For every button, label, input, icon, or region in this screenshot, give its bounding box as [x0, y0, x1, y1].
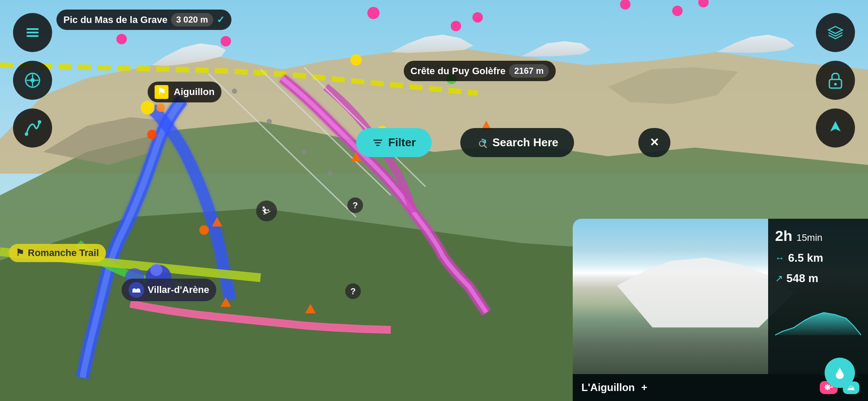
filter-label: Filter [388, 136, 416, 149]
trail-icon [23, 118, 42, 138]
check-icon: ✓ [217, 14, 224, 26]
trail-button[interactable] [13, 108, 52, 148]
svg-rect-35 [26, 32, 39, 33]
svg-rect-34 [26, 28, 39, 30]
distance-value: 6.5 km [788, 251, 823, 265]
pic-du-mas-altitude: 3 020 m [171, 13, 213, 26]
close-icon: ✕ [650, 136, 659, 149]
distance-row: ↔ 6.5 km [775, 251, 861, 265]
duration-row: 2h 15min [775, 227, 861, 244]
question-mark-1: ? [347, 197, 363, 213]
duration-hours: 2h [775, 227, 792, 244]
trail-name-label: L'Aiguillon + [581, 381, 815, 394]
layers-icon [826, 23, 845, 42]
aiguillon-name: Aiguillon [174, 86, 215, 98]
search-here-label: Search Here [492, 136, 558, 149]
flag-icon: ⚑ [155, 85, 168, 99]
crete-du-puy-label: Crête du Puy Golèfre 2167 m [403, 61, 556, 81]
trail-name: L'Aiguillon [581, 381, 635, 393]
map-view-button[interactable] [13, 61, 52, 100]
distance-icon: ↔ [775, 253, 785, 264]
close-button[interactable]: ✕ [638, 128, 670, 157]
crete-du-puy-name: Crête du Puy Golèfre [410, 66, 505, 77]
pointer-button[interactable] [816, 108, 855, 148]
duration-minutes: 15min [796, 232, 822, 243]
romanche-trail-name: Romanche Trail [28, 247, 99, 259]
search-refresh-icon [476, 137, 488, 149]
question-mark-2: ? [345, 283, 361, 299]
layers-button[interactable] [816, 13, 855, 52]
pic-du-mas-name: Pic du Mas de la Grave [63, 14, 168, 26]
elevation-value: 548 m [786, 272, 818, 285]
duration-value: 2h 15min [775, 227, 822, 244]
pointer-icon [827, 118, 844, 138]
elevation-icon: ↗ [775, 273, 783, 284]
crete-du-puy-altitude: 2167 m [509, 64, 549, 78]
pic-du-mas-label: Pic du Mas de la Grave 3 020 m ✓ [56, 10, 231, 30]
menu-icon [24, 24, 41, 41]
stats-panel: 2h 15min ↔ 6.5 km ↗ 548 m [768, 219, 868, 374]
filter-button[interactable]: Filter [356, 128, 432, 157]
map-view-icon [23, 71, 42, 90]
elevation-row: ↗ 548 m [775, 272, 861, 285]
romanche-flag-icon: ⚑ [16, 247, 24, 259]
village-icon: 🏘 [129, 282, 144, 298]
villar-label: 🏘 Villar-d'Arène [122, 279, 216, 301]
svg-rect-36 [26, 35, 39, 37]
svg-line-47 [484, 145, 486, 148]
info-panel: 2h 15min ↔ 6.5 km ↗ 548 m [573, 219, 868, 401]
trail-photo: 2h 15min ↔ 6.5 km ↗ 548 m [573, 219, 868, 374]
water-button[interactable] [825, 358, 855, 388]
trail-plus: + [641, 381, 647, 393]
aiguillon-label: ⚑ Aiguillon [148, 82, 221, 102]
lock-button[interactable] [816, 61, 855, 100]
villar-name: Villar-d'Arène [148, 284, 209, 296]
filter-icon [372, 137, 384, 149]
svg-point-39 [25, 132, 28, 136]
menu-button[interactable] [13, 13, 52, 52]
romanche-trail-label: ⚑ Romanche Trail [9, 244, 106, 262]
elevation-chart [775, 305, 861, 339]
svg-point-40 [38, 120, 41, 124]
panel-info-row: L'Aiguillon + ❋² ⛰ [573, 374, 868, 401]
skier-icon: ⛷ [256, 200, 277, 221]
water-icon [833, 366, 847, 380]
lock-icon [827, 71, 844, 90]
svg-point-42 [834, 83, 837, 85]
search-here-button[interactable]: Search Here [460, 128, 574, 157]
svg-point-38 [30, 78, 35, 82]
